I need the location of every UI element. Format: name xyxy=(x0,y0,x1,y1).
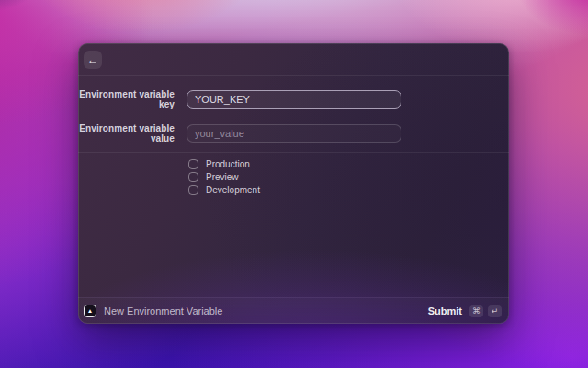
form-section-divider xyxy=(78,152,509,153)
checkbox-label-preview: Preview xyxy=(206,172,239,182)
key-input[interactable] xyxy=(187,90,401,109)
checkbox-label-development: Development xyxy=(206,185,260,195)
back-arrow-icon: ← xyxy=(87,53,98,66)
header-divider xyxy=(78,75,509,76)
checkbox-row-production[interactable]: Production xyxy=(188,157,260,170)
action-bar: ▲ New Environment Variable Submit ⌘ ↵ xyxy=(78,297,509,324)
checkbox-preview[interactable] xyxy=(188,172,198,182)
window-header: ← xyxy=(78,43,509,75)
vercel-app-icon: ▲ xyxy=(84,305,96,317)
checkbox-row-preview[interactable]: Preview xyxy=(188,170,260,183)
submit-button[interactable]: Submit ⌘ ↵ xyxy=(428,305,502,317)
key-field-row: Environment variable key xyxy=(78,90,509,109)
checkbox-label-production: Production xyxy=(206,159,250,169)
command-key-icon: ⌘ xyxy=(469,305,483,317)
submit-label: Submit xyxy=(428,305,462,316)
raycast-window: ← Environment variable key Environment v… xyxy=(78,43,509,324)
checkbox-development[interactable] xyxy=(188,185,198,195)
return-key-icon: ↵ xyxy=(488,305,502,317)
key-field-label: Environment variable key xyxy=(78,89,175,109)
value-field-row: Environment variable value xyxy=(78,124,509,143)
checkbox-production[interactable] xyxy=(188,159,198,169)
value-field-label: Environment variable value xyxy=(78,123,175,144)
environment-checkbox-group: Production Preview Development xyxy=(188,157,260,196)
command-name: New Environment Variable xyxy=(104,305,222,316)
triangle-icon: ▲ xyxy=(87,307,93,314)
checkbox-row-development[interactable]: Development xyxy=(188,183,260,196)
back-button[interactable]: ← xyxy=(84,51,102,69)
value-input[interactable] xyxy=(187,124,401,143)
